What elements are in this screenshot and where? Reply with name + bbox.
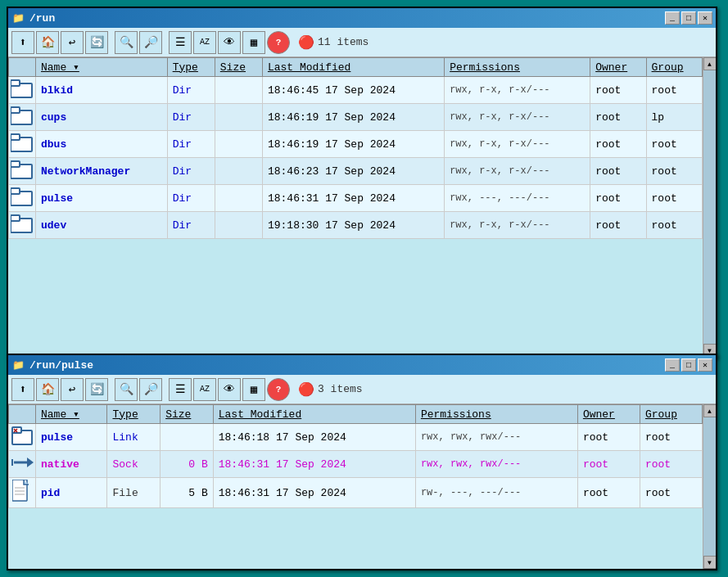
list-view-button-pulse[interactable]: ☰ xyxy=(169,378,192,401)
scroll-track-run[interactable] xyxy=(703,70,716,344)
table-row[interactable]: udev Dir 19:18:30 17 Sep 2024 rwx, r-x, … xyxy=(9,212,703,239)
file-name[interactable]: dbus xyxy=(36,131,168,158)
back-button-run[interactable]: ↩ xyxy=(61,31,84,54)
zoom-in-button-run[interactable]: 🔍 xyxy=(115,31,138,54)
col-type-pulse[interactable]: Type xyxy=(107,405,161,424)
table-row[interactable]: cups Dir 18:46:19 17 Sep 2024 rwx, r-x, … xyxy=(9,104,703,131)
grid-view-button-pulse[interactable]: ▦ xyxy=(242,378,265,401)
file-name[interactable]: blkid xyxy=(36,77,168,104)
maximize-button-pulse[interactable]: □ xyxy=(681,358,696,372)
col-group-run[interactable]: Group xyxy=(646,58,702,77)
refresh-button-run[interactable]: 🔄 xyxy=(85,31,108,54)
title-bar-run[interactable]: 📁 /run _ □ ✕ xyxy=(8,8,716,28)
svg-rect-11 xyxy=(11,215,20,221)
file-owner: root xyxy=(577,478,640,508)
scroll-track-pulse[interactable] xyxy=(703,417,716,556)
col-perms-run[interactable]: Permissions xyxy=(445,58,590,77)
file-type-cell: Dir xyxy=(167,104,215,131)
up-button-pulse[interactable]: ⬆ xyxy=(11,378,34,401)
file-size xyxy=(215,104,262,131)
col-perms-pulse[interactable]: Permissions xyxy=(415,405,577,424)
table-row[interactable]: native Sock 0 B 18:46:31 17 Sep 2024 rwx… xyxy=(9,451,703,478)
table-row[interactable]: NetworkManager Dir 18:46:23 17 Sep 2024 … xyxy=(9,158,703,185)
table-row[interactable]: pulse Dir 18:46:31 17 Sep 2024 rwx, ---,… xyxy=(9,185,703,212)
window-pulse: 📁 /run/pulse _ □ ✕ ⬆ 🏠 ↩ 🔄 🔍 🔎 ☰ AZ 👁 ▦ … xyxy=(7,354,717,570)
file-area-run: Name ▾ Type Size Last Modified Permissio… xyxy=(8,57,716,357)
minimize-button-pulse[interactable]: _ xyxy=(665,358,680,372)
show-hidden-button-run[interactable]: 👁 xyxy=(218,31,241,54)
file-modified: 18:46:45 17 Sep 2024 xyxy=(262,77,444,104)
file-name[interactable]: udev xyxy=(36,212,168,239)
up-button-run[interactable]: ⬆ xyxy=(11,31,34,54)
home-button-pulse[interactable]: 🏠 xyxy=(36,378,59,401)
file-group: root xyxy=(640,478,702,508)
file-icon-cell xyxy=(9,158,36,185)
file-size xyxy=(215,212,262,239)
file-group: root xyxy=(640,451,702,478)
table-row[interactable]: blkid Dir 18:46:45 17 Sep 2024 rwx, r-x,… xyxy=(9,77,703,104)
file-type-cell: Dir xyxy=(167,158,215,185)
back-button-pulse[interactable]: ↩ xyxy=(61,378,84,401)
close-button-pulse[interactable]: ✕ xyxy=(698,358,712,372)
file-owner: root xyxy=(590,158,646,185)
scroll-up-pulse[interactable]: ▲ xyxy=(703,404,717,417)
file-name[interactable]: pid xyxy=(36,478,107,508)
maximize-button-run[interactable]: □ xyxy=(681,11,696,25)
file-name[interactable]: NetworkManager xyxy=(36,158,168,185)
file-name[interactable]: pulse xyxy=(36,424,107,451)
table-header-run: Name ▾ Type Size Last Modified Permissio… xyxy=(9,58,703,77)
home-button-run[interactable]: 🏠 xyxy=(36,31,59,54)
scroll-down-pulse[interactable]: ▼ xyxy=(703,556,717,569)
sort-button-run[interactable]: AZ xyxy=(193,31,216,54)
window-icon-run: 📁 xyxy=(11,11,25,25)
file-type-cell: Dir xyxy=(167,131,215,158)
help-button-run[interactable]: ? xyxy=(267,31,290,54)
file-perms: rwx, r-x, r-x/--- xyxy=(445,77,590,104)
file-name[interactable]: pulse xyxy=(36,185,168,212)
svg-rect-9 xyxy=(11,188,20,194)
col-name-pulse[interactable]: Name ▾ xyxy=(36,405,107,424)
scrollbar-run[interactable]: ▲ ▼ xyxy=(703,57,716,357)
refresh-button-pulse[interactable]: 🔄 xyxy=(85,378,108,401)
table-body-run: blkid Dir 18:46:45 17 Sep 2024 rwx, r-x,… xyxy=(9,77,703,239)
col-size-pulse[interactable]: Size xyxy=(161,405,214,424)
file-size xyxy=(215,185,262,212)
show-hidden-button-pulse[interactable]: 👁 xyxy=(218,378,241,401)
scrollbar-pulse[interactable]: ▲ ▼ xyxy=(703,404,716,569)
col-size-run[interactable]: Size xyxy=(215,58,262,77)
zoom-in-button-pulse[interactable]: 🔍 xyxy=(115,378,138,401)
help-button-pulse[interactable]: ? xyxy=(267,378,290,401)
col-name-run[interactable]: Name ▾ xyxy=(36,58,168,77)
file-table-run: Name ▾ Type Size Last Modified Permissio… xyxy=(8,57,703,239)
col-modified-run[interactable]: Last Modified xyxy=(262,58,444,77)
scroll-up-run[interactable]: ▲ xyxy=(703,57,717,70)
col-owner-run[interactable]: Owner xyxy=(590,58,646,77)
minimize-button-run[interactable]: _ xyxy=(665,11,680,25)
table-row[interactable]: pid File 5 B 18:46:31 17 Sep 2024 rw-, -… xyxy=(9,478,703,508)
file-perms: rwx, ---, ---/--- xyxy=(445,185,590,212)
col-modified-pulse[interactable]: Last Modified xyxy=(213,405,415,424)
close-button-run[interactable]: ✕ xyxy=(698,11,712,25)
col-group-pulse[interactable]: Group xyxy=(640,405,702,424)
file-owner: root xyxy=(590,185,646,212)
sort-button-pulse[interactable]: AZ xyxy=(193,378,216,401)
table-row[interactable]: dbus Dir 18:46:19 17 Sep 2024 rwx, r-x, … xyxy=(9,131,703,158)
list-view-button-run[interactable]: ☰ xyxy=(169,31,192,54)
file-name[interactable]: native xyxy=(36,451,107,478)
file-perms: rwx, rwx, rwx/--- xyxy=(415,424,577,451)
file-scroll-pulse[interactable]: Name ▾ Type Size Last Modified Permissio… xyxy=(8,404,703,569)
col-type-run[interactable]: Type xyxy=(167,58,215,77)
col-owner-pulse[interactable]: Owner xyxy=(577,405,640,424)
table-row[interactable]: pulse Link 18:46:18 17 Sep 2024 rwx, rwx… xyxy=(9,424,703,451)
file-name[interactable]: cups xyxy=(36,104,168,131)
file-group: root xyxy=(640,424,702,451)
title-bar-pulse[interactable]: 📁 /run/pulse _ □ ✕ xyxy=(8,355,716,375)
file-scroll-run[interactable]: Name ▾ Type Size Last Modified Permissio… xyxy=(8,57,703,357)
zoom-out-button-run[interactable]: 🔎 xyxy=(139,31,162,54)
file-type-cell: Dir xyxy=(167,185,215,212)
zoom-out-button-pulse[interactable]: 🔎 xyxy=(139,378,162,401)
file-modified: 18:46:19 17 Sep 2024 xyxy=(262,131,444,158)
grid-view-button-run[interactable]: ▦ xyxy=(242,31,265,54)
file-owner: root xyxy=(577,451,640,478)
title-bar-buttons-run: _ □ ✕ xyxy=(665,11,712,25)
